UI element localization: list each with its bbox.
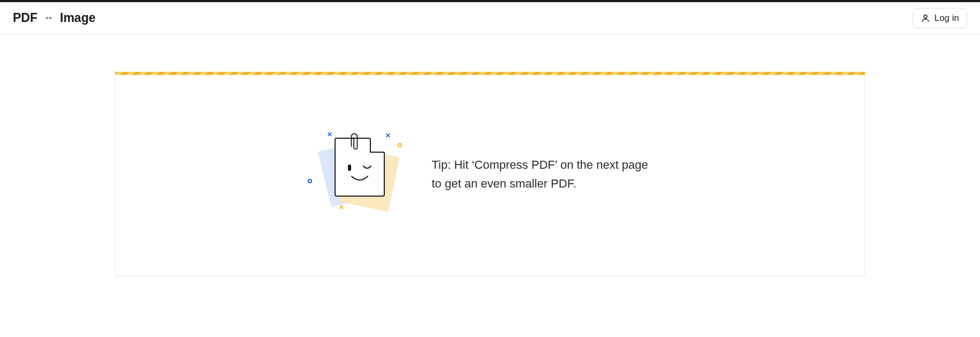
title-left: PDF: [13, 11, 37, 25]
processing-card: ✕ ✕ ✕: [115, 72, 865, 276]
page-title: PDF ↔ Image: [13, 11, 95, 25]
login-label: Log in: [935, 13, 959, 24]
login-button[interactable]: Log in: [913, 8, 967, 28]
svg-point-0: [924, 15, 927, 18]
page-stack-icon: [326, 138, 390, 202]
confetti-x-icon: ✕: [327, 131, 332, 138]
user-icon: [921, 13, 930, 23]
main-content: ✕ ✕ ✕: [0, 34, 980, 276]
tip-illustration: ✕ ✕ ✕: [302, 126, 409, 222]
eye-wink-icon: [363, 165, 371, 170]
progress-bar: [115, 72, 865, 75]
confetti-ring-icon: [308, 179, 312, 183]
confetti-x-icon: ✕: [339, 204, 344, 211]
app-header: PDF ↔ Image Log in: [0, 2, 980, 34]
swap-arrow-icon: ↔: [44, 12, 54, 24]
smile-icon: [351, 175, 369, 183]
confetti-ring-icon: [398, 143, 402, 147]
eye-open-icon: [348, 164, 351, 171]
paperclip-icon: [348, 131, 360, 154]
tip-text: Tip: Hit ‘Compress PDF’ on the next page…: [432, 155, 657, 193]
document-face-icon: [336, 164, 384, 183]
tip-row: ✕ ✕ ✕: [302, 126, 657, 222]
document-icon: [335, 138, 385, 197]
title-right: Image: [60, 11, 95, 25]
